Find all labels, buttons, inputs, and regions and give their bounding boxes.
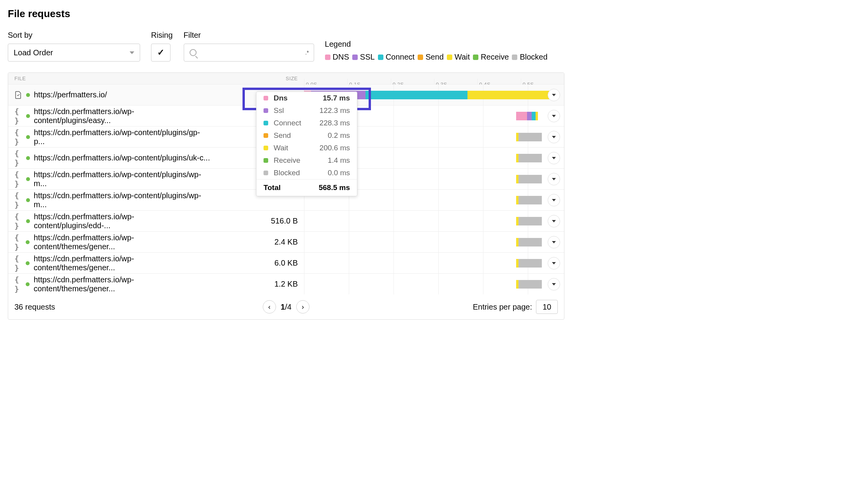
legend-item: SSL <box>352 53 375 62</box>
legend-item: Wait <box>447 53 470 62</box>
css-braces-icon: { } <box>14 191 22 210</box>
css-braces-icon: { } <box>14 149 22 167</box>
status-dot-icon <box>26 240 30 244</box>
status-dot-icon <box>26 219 30 223</box>
expand-row-button[interactable] <box>548 257 560 269</box>
timing-segment <box>536 112 538 120</box>
chevron-down-icon <box>552 199 556 201</box>
file-url: https://cdn.perfmatters.io/wp-content/pl… <box>34 128 211 146</box>
file-size: 2.4 KB <box>211 238 304 247</box>
status-dot-icon <box>26 261 30 265</box>
legend-text: Wait <box>455 53 470 62</box>
legend-text: SSL <box>360 53 375 62</box>
check-icon: ✓ <box>157 48 164 58</box>
timing-segment <box>467 91 557 99</box>
status-dot-icon <box>26 156 30 160</box>
legend-swatch <box>378 55 383 60</box>
header-file: FILE <box>8 76 211 81</box>
timing-segment <box>518 196 542 204</box>
timing-segment <box>518 238 542 247</box>
timeline-cell <box>304 211 564 231</box>
legend-item: Send <box>418 53 444 62</box>
legend-text: Blocked <box>520 53 547 62</box>
legend-item: Receive <box>473 53 509 62</box>
sort-by-select[interactable]: Load Order <box>8 44 140 62</box>
tooltip-swatch <box>264 171 268 175</box>
file-size: 1.2 KB <box>211 280 304 289</box>
table-row[interactable]: { } https://cdn.perfmatters.io/wp-conten… <box>8 253 564 274</box>
css-braces-icon: { } <box>14 212 22 231</box>
table-row[interactable]: { } https://cdn.perfmatters.io/wp-conten… <box>8 232 564 253</box>
expand-row-button[interactable] <box>548 173 560 185</box>
file-url: https://cdn.perfmatters.io/wp-content/pl… <box>34 170 211 188</box>
legend-swatch <box>473 55 478 60</box>
expand-row-button[interactable] <box>548 236 560 248</box>
expand-row-button[interactable] <box>548 215 560 227</box>
timing-segment <box>365 91 467 99</box>
page-prev-button[interactable]: ‹ <box>263 300 276 313</box>
tooltip-swatch <box>264 133 268 138</box>
tooltip-row: Connect228.3 ms <box>257 117 357 129</box>
file-size: 516.0 B <box>211 217 304 225</box>
expand-row-button[interactable] <box>548 131 560 143</box>
chevron-down-icon <box>552 262 556 264</box>
expand-row-button[interactable] <box>548 278 560 291</box>
css-braces-icon: { } <box>14 254 22 273</box>
file-url: https://cdn.perfmatters.io/wp-content/th… <box>33 275 211 293</box>
tooltip-row: Dns15.7 ms <box>257 92 357 104</box>
timing-segment <box>532 112 536 120</box>
css-braces-icon: { } <box>14 233 22 252</box>
chevron-down-icon <box>552 157 556 159</box>
expand-row-button[interactable] <box>548 194 560 206</box>
timeline-cell <box>304 253 564 273</box>
timing-segment <box>518 217 542 225</box>
chevron-down-icon <box>552 220 556 222</box>
chevron-down-icon <box>130 51 134 54</box>
css-braces-icon: { } <box>14 275 22 294</box>
legend-swatch <box>512 55 517 60</box>
rising-toggle[interactable]: ✓ <box>151 44 170 62</box>
page-indicator: 1/4 <box>281 303 292 312</box>
tooltip-total-value: 568.5 ms <box>319 183 350 192</box>
page-title: File requests <box>8 8 564 20</box>
filter-input[interactable] <box>200 48 308 57</box>
tooltip-swatch <box>264 158 268 163</box>
legend-text: DNS <box>333 53 349 62</box>
filter-input-wrap[interactable]: .* <box>184 44 314 62</box>
chevron-down-icon <box>552 241 556 243</box>
file-url: https://cdn.perfmatters.io/wp-content/th… <box>33 233 211 251</box>
legend-label: Legend <box>325 40 548 49</box>
tooltip-swatch <box>264 96 268 100</box>
entries-input[interactable] <box>536 300 558 314</box>
legend-item: DNS <box>325 53 349 62</box>
page-next-button[interactable]: › <box>296 300 309 313</box>
controls-bar: Sort by Load Order Rising ✓ Filter .* Le… <box>8 31 564 62</box>
table-footer: 36 requests ‹ 1/4 › Entries per page: <box>8 294 564 319</box>
tooltip-total-label: Total <box>264 183 281 192</box>
table-row[interactable]: { } https://cdn.perfmatters.io/wp-conten… <box>8 211 564 232</box>
file-size: 6.0 KB <box>211 259 304 268</box>
timing-segment <box>518 154 542 162</box>
file-url: https://perfmatters.io/ <box>34 90 107 99</box>
expand-row-button[interactable] <box>548 110 560 122</box>
status-dot-icon <box>26 114 30 118</box>
expand-row-button[interactable] <box>548 89 560 101</box>
filter-label: Filter <box>184 31 314 40</box>
legend-text: Connect <box>386 53 415 62</box>
sort-by-value: Load Order <box>14 48 53 57</box>
css-braces-icon: { } <box>14 170 22 188</box>
timing-tooltip: Dns15.7 msSsl122.3 msConnect228.3 msSend… <box>256 92 357 196</box>
tooltip-row: Receive1.4 ms <box>257 154 357 167</box>
status-dot-icon <box>26 198 30 202</box>
table-row[interactable]: { } https://cdn.perfmatters.io/wp-conten… <box>8 274 564 294</box>
file-url: https://cdn.perfmatters.io/wp-content/pl… <box>34 107 211 125</box>
requests-count: 36 requests <box>14 303 55 312</box>
tooltip-swatch <box>264 108 268 113</box>
tooltip-row: Wait200.6 ms <box>257 142 357 154</box>
tooltip-row: Send0.2 ms <box>257 129 357 142</box>
status-dot-icon <box>26 282 30 286</box>
table-header: FILE SIZE 0.0s0.1s0.2s0.3s0.4s0.5s <box>8 73 564 85</box>
expand-row-button[interactable] <box>548 152 560 164</box>
filter-hint: .* <box>305 49 309 56</box>
legend-swatch <box>325 55 330 60</box>
